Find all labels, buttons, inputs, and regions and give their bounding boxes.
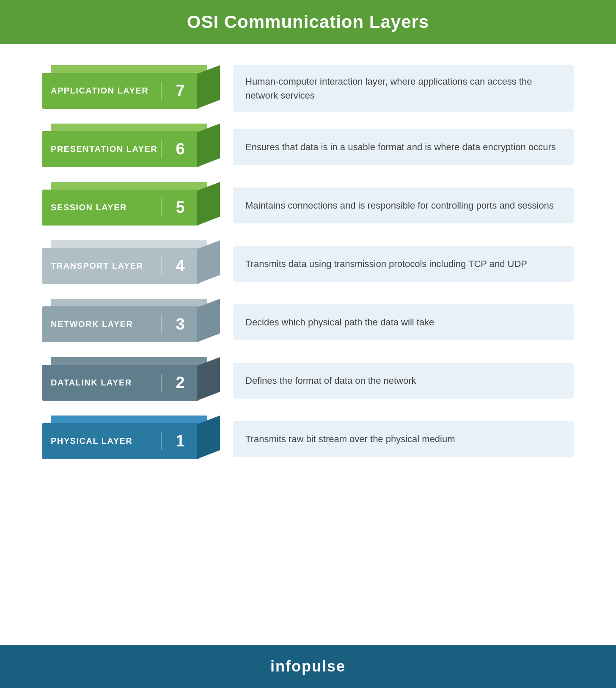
main-content: APPLICATION LAYER 7 Human-computer inter… xyxy=(0,44,616,645)
layer-number-datalink: 2 xyxy=(161,374,190,392)
layer-number-session: 5 xyxy=(161,198,190,217)
box-3d-network: NETWORK LAYER 3 xyxy=(42,299,220,345)
box-front-presentation: PRESENTATION LAYER 6 xyxy=(42,131,199,167)
layer-number-physical: 1 xyxy=(161,432,190,450)
layer-row-transport: TRANSPORT LAYER 4 Transmits data using t… xyxy=(42,240,574,287)
layer-number-network: 3 xyxy=(161,315,190,333)
desc-text-datalink: Defines the format of data on the networ… xyxy=(245,374,416,388)
desc-box-application: Human-computer interaction layer, where … xyxy=(233,65,574,112)
desc-box-network: Decides which physical path the data wil… xyxy=(233,304,574,340)
layer-label-transport: TRANSPORT LAYER xyxy=(51,261,143,271)
box-front-physical: PHYSICAL LAYER 1 xyxy=(42,423,199,459)
desc-text-session: Maintains connections and is responsible… xyxy=(245,198,554,212)
page-header: OSI Communication Layers xyxy=(0,0,616,44)
box-front-transport: TRANSPORT LAYER 4 xyxy=(42,248,199,284)
box-3d-physical: PHYSICAL LAYER 1 xyxy=(42,416,220,462)
desc-box-presentation: Ensures that data is in a usable format … xyxy=(233,129,574,165)
layer-number-transport: 4 xyxy=(161,257,190,275)
box-front-application: APPLICATION LAYER 7 xyxy=(42,73,199,109)
desc-text-application: Human-computer interaction layer, where … xyxy=(245,74,561,102)
page-title: OSI Communication Layers xyxy=(0,12,616,32)
layer-label-application: APPLICATION LAYER xyxy=(51,86,148,96)
layer-row-physical: PHYSICAL LAYER 1 Transmits raw bit strea… xyxy=(42,416,574,462)
brand-suffix: pulse xyxy=(302,658,346,675)
box-3d-application: APPLICATION LAYER 7 xyxy=(42,65,220,112)
desc-text-transport: Transmits data using transmission protoc… xyxy=(245,257,527,271)
box-3d-datalink: DATALINK LAYER 2 xyxy=(42,357,220,404)
desc-box-datalink: Defines the format of data on the networ… xyxy=(233,363,574,399)
layer-label-physical: PHYSICAL LAYER xyxy=(51,436,132,446)
desc-box-physical: Transmits raw bit stream over the physic… xyxy=(233,421,574,457)
desc-text-network: Decides which physical path the data wil… xyxy=(245,315,434,329)
page-footer: infopulse xyxy=(0,645,616,688)
layer-label-presentation: PRESENTATION LAYER xyxy=(51,144,157,154)
brand-prefix: info xyxy=(270,658,302,675)
layer-row-network: NETWORK LAYER 3 Decides which physical p… xyxy=(42,299,574,345)
desc-text-physical: Transmits raw bit stream over the physic… xyxy=(245,432,455,446)
box-front-network: NETWORK LAYER 3 xyxy=(42,306,199,342)
layer-label-session: SESSION LAYER xyxy=(51,203,127,212)
layer-number-presentation: 6 xyxy=(161,140,190,158)
desc-box-session: Maintains connections and is responsible… xyxy=(233,187,574,223)
desc-box-transport: Transmits data using transmission protoc… xyxy=(233,246,574,282)
layer-row-datalink: DATALINK LAYER 2 Defines the format of d… xyxy=(42,357,574,404)
box-front-session: SESSION LAYER 5 xyxy=(42,190,199,226)
box-3d-transport: TRANSPORT LAYER 4 xyxy=(42,240,220,287)
layer-label-datalink: DATALINK LAYER xyxy=(51,378,132,388)
layer-row-session: SESSION LAYER 5 Maintains connections an… xyxy=(42,182,574,228)
brand-logo: infopulse xyxy=(0,658,616,675)
layer-row-application: APPLICATION LAYER 7 Human-computer inter… xyxy=(42,65,574,112)
layer-number-application: 7 xyxy=(161,82,190,100)
box-3d-session: SESSION LAYER 5 xyxy=(42,182,220,228)
box-front-datalink: DATALINK LAYER 2 xyxy=(42,365,199,401)
box-3d-presentation: PRESENTATION LAYER 6 xyxy=(42,124,220,170)
layer-label-network: NETWORK LAYER xyxy=(51,319,133,329)
layer-row-presentation: PRESENTATION LAYER 6 Ensures that data i… xyxy=(42,124,574,170)
desc-text-presentation: Ensures that data is in a usable format … xyxy=(245,140,556,154)
